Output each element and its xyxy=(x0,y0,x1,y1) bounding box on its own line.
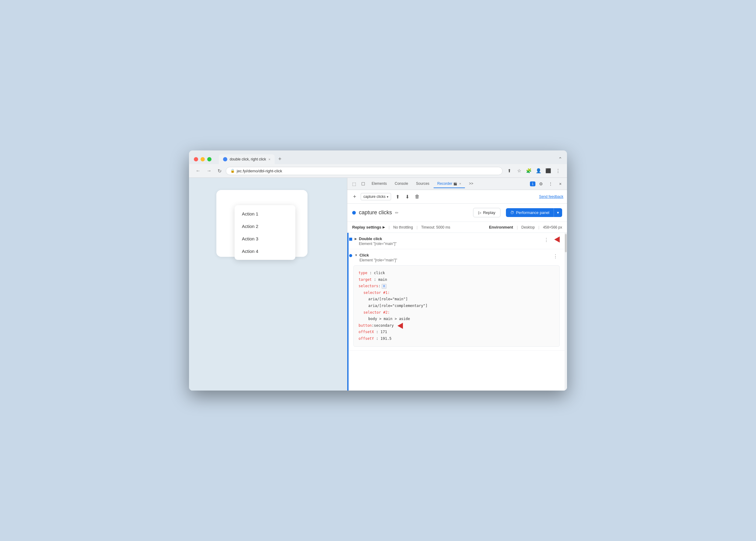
devtools-more-icon[interactable]: ⋮ xyxy=(546,180,555,188)
sidebar-toggle-icon[interactable]: ⬛ xyxy=(544,167,553,175)
step-click-header[interactable]: ▼ Click Element "[role="main"]" ⋮ xyxy=(348,249,565,265)
context-menu-item-1[interactable]: Action 1 xyxy=(234,208,295,220)
devtools-scrollbar[interactable] xyxy=(565,233,567,390)
webpage-area: Action 4 Action 1 Action 2 Action 3 Acti… xyxy=(189,178,347,390)
send-feedback-link[interactable]: Send feedback xyxy=(539,195,564,199)
recording-dot xyxy=(352,211,356,215)
settings-divider2: | xyxy=(417,225,418,230)
inspect-element-icon[interactable]: ⬚ xyxy=(350,180,358,188)
chevron-down-icon: ▾ xyxy=(387,195,388,199)
tab-more[interactable]: >> xyxy=(466,180,477,188)
tab-sources[interactable]: Sources xyxy=(412,180,433,188)
step1-expand-icon[interactable]: ▶ xyxy=(355,237,357,241)
maximize-traffic-light[interactable] xyxy=(207,157,211,161)
recorder-close-icon[interactable]: × xyxy=(459,182,461,186)
recording-select[interactable]: capture clicks ▾ xyxy=(361,193,391,200)
minimize-traffic-light[interactable] xyxy=(200,157,205,161)
aria1-val: aria/[role="main"] xyxy=(368,297,408,301)
extension-icon[interactable]: 🧩 xyxy=(525,167,533,175)
traffic-lights xyxy=(194,157,211,161)
tab-recorder[interactable]: Recorder 🎬 × xyxy=(434,180,465,188)
active-tab[interactable]: double click, right click × xyxy=(219,154,275,164)
performance-panel-dropdown[interactable]: ▾ xyxy=(554,208,562,217)
env-divider: | xyxy=(517,225,518,230)
add-recording-button[interactable]: + xyxy=(351,193,358,200)
nav-icons: ⬆ ☆ 🧩 👤 ⬛ ⋮ xyxy=(505,167,562,175)
tab-elements[interactable]: Elements xyxy=(368,180,390,188)
offsetY-key: offsetY xyxy=(359,336,374,341)
lock-icon: 🔒 xyxy=(230,169,235,173)
window-control-icon[interactable]: ⌃ xyxy=(558,156,562,162)
import-icon[interactable]: ⬇ xyxy=(403,193,412,201)
url-text: jec.fyi/demo/dbl-right-click xyxy=(237,169,282,173)
recorder-toolbar-icons: ⬆ ⬇ 🗑 xyxy=(394,193,421,201)
devtools-toolbar: ⬚ ☐ Elements Console Sources Recorder 🎬 … xyxy=(347,178,567,190)
step-double-click-header[interactable]: ▶ Double click Element "[role="main"]" ⋮ xyxy=(348,233,565,249)
perf-panel-group: ⏱ Performance panel ▾ xyxy=(506,208,562,217)
url-bar[interactable]: 🔒 jec.fyi/demo/dbl-right-click xyxy=(226,167,503,175)
env-divider2: | xyxy=(539,225,539,230)
offsetX-val: 171 xyxy=(380,330,387,334)
more-icon[interactable]: ⋮ xyxy=(554,167,562,175)
step2-info: Click Element "[role="main"]" xyxy=(359,253,551,262)
context-menu-item-2[interactable]: Action 2 xyxy=(234,220,295,233)
new-tab-button[interactable]: + xyxy=(275,154,285,164)
settings-icon[interactable]: ⚙ xyxy=(537,180,545,188)
delete-icon[interactable]: 🗑 xyxy=(413,193,421,201)
selector1-key: selector #1: xyxy=(363,290,390,295)
share-icon[interactable]: ⬆ xyxy=(505,167,514,175)
button-key: button xyxy=(359,322,372,329)
main-content: Action 4 Action 1 Action 2 Action 3 Acti… xyxy=(189,178,567,390)
devtools-close-button[interactable]: × xyxy=(556,180,565,188)
button-red-arrow xyxy=(397,323,403,329)
selector2-key: selector #2: xyxy=(363,310,390,314)
aria2-val: aria/[role="complementary"] xyxy=(368,303,428,308)
reload-button[interactable]: ↻ xyxy=(216,167,223,175)
context-menu-item-3[interactable]: Action 3 xyxy=(234,233,295,245)
step2-collapse-icon[interactable]: ▼ xyxy=(355,254,358,257)
step1-dot xyxy=(349,238,352,241)
recorder-title: capture clicks xyxy=(359,210,392,216)
edit-title-icon[interactable]: ✏ xyxy=(395,210,399,215)
recorder-header: capture clicks ✏ ▷ Replay ⏱ Performance … xyxy=(347,204,567,222)
bookmark-icon[interactable]: ☆ xyxy=(515,167,523,175)
replay-settings-bar: Replay settings ▶ | No throttling | Time… xyxy=(347,222,567,233)
tab-close-icon[interactable]: × xyxy=(268,158,270,161)
steps-list: ▶ Double click Element "[role="main"]" ⋮ xyxy=(348,233,565,390)
nav-bar: ← → ↻ 🔒 jec.fyi/demo/dbl-right-click ⬆ ☆… xyxy=(189,164,567,178)
scrollbar-thumb xyxy=(565,234,567,252)
console-badge: 1 xyxy=(530,182,536,186)
forward-button[interactable]: → xyxy=(205,167,213,175)
replay-button[interactable]: ▷ Replay xyxy=(473,208,501,217)
selector-recorder-icon[interactable]: R xyxy=(382,284,387,289)
replay-settings-left: Replay settings ▶ | No throttling | Time… xyxy=(352,225,450,230)
tabs-bar: double click, right click × + xyxy=(219,154,556,164)
steps-wrapper: ▶ Double click Element "[role="main"]" ⋮ xyxy=(347,233,567,390)
type-val: click xyxy=(374,271,385,275)
step2-dot xyxy=(349,254,352,257)
environment-label: Environment xyxy=(489,225,513,230)
step1-red-arrow xyxy=(554,237,560,243)
step2-subtitle: Element "[role="main"]" xyxy=(359,258,551,262)
target-key: target xyxy=(359,277,372,282)
settings-expand-icon: ▶ xyxy=(383,226,385,229)
profile-icon[interactable]: 👤 xyxy=(534,167,543,175)
offsetX-key: offsetX xyxy=(359,330,374,334)
environment-section: Environment | Desktop | 458×566 px xyxy=(489,225,562,230)
step1-info: Double click Element "[role="main"]" xyxy=(359,237,542,246)
close-traffic-light[interactable] xyxy=(194,157,198,161)
performance-panel-button[interactable]: ⏱ Performance panel xyxy=(506,208,554,217)
step1-menu-icon[interactable]: ⋮ xyxy=(542,237,551,244)
desktop-label: Desktop xyxy=(522,225,535,230)
tab-title: double click, right click xyxy=(230,157,266,161)
target-val: main xyxy=(378,277,387,282)
export-icon[interactable]: ⬆ xyxy=(394,193,402,201)
step2-code-block: type : click target : main xyxy=(353,265,560,347)
step2-menu-icon[interactable]: ⋮ xyxy=(551,253,560,260)
device-toggle-icon[interactable]: ☐ xyxy=(359,180,367,188)
replay-settings-label[interactable]: Replay settings ▶ xyxy=(352,225,385,230)
devtools-toolbar-right: 1 ⚙ ⋮ × xyxy=(530,180,565,188)
tab-console[interactable]: Console xyxy=(391,180,412,188)
context-menu-item-4[interactable]: Action 4 xyxy=(234,245,295,258)
back-button[interactable]: ← xyxy=(194,167,202,175)
